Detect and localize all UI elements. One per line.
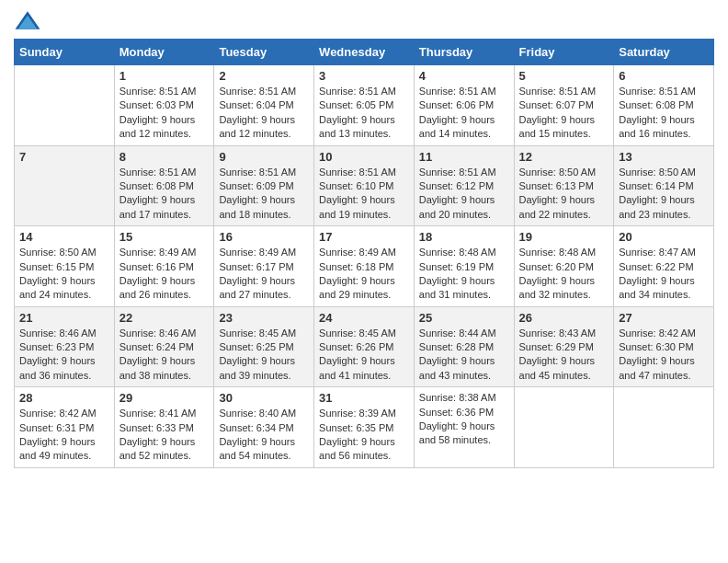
day-info: Sunrise: 8:49 AM Sunset: 6:17 PM Dayligh…: [219, 246, 309, 303]
calendar-cell: 26Sunrise: 8:43 AM Sunset: 6:29 PM Dayli…: [514, 306, 614, 387]
calendar-cell: 12Sunrise: 8:50 AM Sunset: 6:13 PM Dayli…: [514, 145, 614, 226]
calendar-cell: 6Sunrise: 8:51 AM Sunset: 6:08 PM Daylig…: [614, 65, 714, 146]
day-info: Sunrise: 8:51 AM Sunset: 6:08 PM Dayligh…: [119, 166, 210, 223]
calendar-cell: 27Sunrise: 8:42 AM Sunset: 6:30 PM Dayli…: [614, 306, 714, 387]
day-info: Sunrise: 8:38 AM Sunset: 6:36 PM Dayligh…: [419, 391, 509, 448]
day-number: 18: [419, 230, 509, 244]
day-number: 28: [19, 391, 109, 405]
day-number: 8: [119, 150, 210, 164]
calendar-cell: 19Sunrise: 8:48 AM Sunset: 6:20 PM Dayli…: [514, 226, 614, 307]
calendar-header-saturday: Saturday: [614, 40, 714, 65]
day-info: Sunrise: 8:44 AM Sunset: 6:28 PM Dayligh…: [419, 327, 509, 384]
day-number: 1: [119, 69, 210, 83]
calendar-week-row: 21Sunrise: 8:46 AM Sunset: 6:23 PM Dayli…: [15, 306, 714, 387]
day-number: 22: [119, 311, 210, 325]
day-number: 21: [19, 311, 109, 325]
calendar-cell: 30Sunrise: 8:40 AM Sunset: 6:34 PM Dayli…: [214, 387, 314, 468]
day-info: Sunrise: 8:49 AM Sunset: 6:16 PM Dayligh…: [119, 246, 210, 303]
calendar-cell: 20Sunrise: 8:47 AM Sunset: 6:22 PM Dayli…: [614, 226, 714, 307]
day-number: 27: [619, 311, 709, 325]
calendar-cell: 5Sunrise: 8:51 AM Sunset: 6:07 PM Daylig…: [514, 65, 614, 146]
calendar-cell: 2Sunrise: 8:51 AM Sunset: 6:04 PM Daylig…: [214, 65, 314, 146]
calendar-cell: 25Sunrise: 8:44 AM Sunset: 6:28 PM Dayli…: [414, 306, 514, 387]
day-number: 10: [319, 150, 409, 164]
calendar-cell: 16Sunrise: 8:49 AM Sunset: 6:17 PM Dayli…: [214, 226, 314, 307]
day-number: 17: [319, 230, 409, 244]
calendar-header-thursday: Thursday: [414, 40, 514, 65]
day-info: Sunrise: 8:51 AM Sunset: 6:07 PM Dayligh…: [519, 85, 609, 142]
day-info: Sunrise: 8:46 AM Sunset: 6:24 PM Dayligh…: [119, 327, 210, 384]
day-info: Sunrise: 8:48 AM Sunset: 6:20 PM Dayligh…: [519, 246, 609, 303]
day-number: 14: [19, 230, 109, 244]
calendar-week-row: 1Sunrise: 8:51 AM Sunset: 6:03 PM Daylig…: [15, 65, 714, 146]
calendar-header-sunday: Sunday: [15, 40, 115, 65]
day-number: 24: [319, 311, 409, 325]
day-info: Sunrise: 8:43 AM Sunset: 6:29 PM Dayligh…: [519, 327, 609, 384]
calendar-cell: 9Sunrise: 8:51 AM Sunset: 6:09 PM Daylig…: [214, 145, 314, 226]
day-number: 31: [319, 391, 409, 405]
calendar-cell: 10Sunrise: 8:51 AM Sunset: 6:10 PM Dayli…: [314, 145, 415, 226]
calendar-header-friday: Friday: [514, 40, 614, 65]
day-info: Sunrise: 8:51 AM Sunset: 6:03 PM Dayligh…: [119, 85, 210, 142]
day-number: 9: [219, 150, 309, 164]
day-number: 13: [619, 150, 709, 164]
calendar-cell: 29Sunrise: 8:41 AM Sunset: 6:33 PM Dayli…: [114, 387, 214, 468]
calendar-cell: 23Sunrise: 8:45 AM Sunset: 6:25 PM Dayli…: [214, 306, 314, 387]
day-info: Sunrise: 8:39 AM Sunset: 6:35 PM Dayligh…: [319, 407, 409, 464]
calendar-cell: 1Sunrise: 8:51 AM Sunset: 6:03 PM Daylig…: [114, 65, 214, 146]
day-number: 30: [219, 391, 309, 405]
day-number: 11: [419, 150, 509, 164]
day-number: 2: [219, 69, 309, 83]
calendar-cell: 8Sunrise: 8:51 AM Sunset: 6:08 PM Daylig…: [114, 145, 214, 226]
generalblue-logo-icon: [14, 9, 41, 31]
day-info: Sunrise: 8:50 AM Sunset: 6:13 PM Dayligh…: [519, 166, 609, 223]
day-info: Sunrise: 8:49 AM Sunset: 6:18 PM Dayligh…: [319, 246, 409, 303]
calendar-week-row: 78Sunrise: 8:51 AM Sunset: 6:08 PM Dayli…: [15, 145, 714, 226]
calendar-cell: 7: [15, 145, 115, 226]
day-info: Sunrise: 8:45 AM Sunset: 6:26 PM Dayligh…: [319, 327, 409, 384]
day-info: Sunrise: 8:46 AM Sunset: 6:23 PM Dayligh…: [19, 327, 109, 384]
day-info: Sunrise: 8:50 AM Sunset: 6:15 PM Dayligh…: [19, 246, 109, 303]
day-number: 25: [419, 311, 509, 325]
calendar-header-wednesday: Wednesday: [314, 40, 415, 65]
calendar-week-row: 14Sunrise: 8:50 AM Sunset: 6:15 PM Dayli…: [15, 226, 714, 307]
day-number: 16: [219, 230, 309, 244]
calendar-cell: [614, 387, 714, 468]
header: [14, 9, 714, 31]
day-number: 12: [519, 150, 609, 164]
day-info: Sunrise: 8:40 AM Sunset: 6:34 PM Dayligh…: [219, 407, 309, 464]
calendar-header-monday: Monday: [114, 40, 214, 65]
calendar-cell: [514, 387, 614, 468]
day-info: Sunrise: 8:51 AM Sunset: 6:06 PM Dayligh…: [419, 85, 509, 142]
calendar-header-row: SundayMondayTuesdayWednesdayThursdayFrid…: [15, 40, 714, 65]
day-info: Sunrise: 8:51 AM Sunset: 6:04 PM Dayligh…: [219, 85, 309, 142]
day-number: 19: [519, 230, 609, 244]
day-number: 26: [519, 311, 609, 325]
calendar-cell: 21Sunrise: 8:46 AM Sunset: 6:23 PM Dayli…: [15, 306, 115, 387]
day-info: Sunrise: 8:51 AM Sunset: 6:12 PM Dayligh…: [419, 166, 509, 223]
calendar-cell: 17Sunrise: 8:49 AM Sunset: 6:18 PM Dayli…: [314, 226, 415, 307]
calendar-cell: 22Sunrise: 8:46 AM Sunset: 6:24 PM Dayli…: [114, 306, 214, 387]
day-number: 15: [119, 230, 210, 244]
calendar-cell: 31Sunrise: 8:39 AM Sunset: 6:35 PM Dayli…: [314, 387, 415, 468]
calendar-cell: 24Sunrise: 8:45 AM Sunset: 6:26 PM Dayli…: [314, 306, 415, 387]
day-info: Sunrise: 8:51 AM Sunset: 6:08 PM Dayligh…: [619, 85, 709, 142]
day-info: Sunrise: 8:48 AM Sunset: 6:19 PM Dayligh…: [419, 246, 509, 303]
day-info: Sunrise: 8:51 AM Sunset: 6:09 PM Dayligh…: [219, 166, 309, 223]
day-number: 20: [619, 230, 709, 244]
calendar-cell: Sunrise: 8:38 AM Sunset: 6:36 PM Dayligh…: [414, 387, 514, 468]
calendar-cell: 13Sunrise: 8:50 AM Sunset: 6:14 PM Dayli…: [614, 145, 714, 226]
calendar-cell: 18Sunrise: 8:48 AM Sunset: 6:19 PM Dayli…: [414, 226, 514, 307]
day-number: 23: [219, 311, 309, 325]
day-number: 4: [419, 69, 509, 83]
day-info: Sunrise: 8:42 AM Sunset: 6:31 PM Dayligh…: [19, 407, 109, 464]
calendar-cell: 14Sunrise: 8:50 AM Sunset: 6:15 PM Dayli…: [15, 226, 115, 307]
day-info: Sunrise: 8:41 AM Sunset: 6:33 PM Dayligh…: [119, 407, 210, 464]
day-info: Sunrise: 8:51 AM Sunset: 6:05 PM Dayligh…: [319, 85, 409, 142]
calendar-cell: 15Sunrise: 8:49 AM Sunset: 6:16 PM Dayli…: [114, 226, 214, 307]
calendar-cell: 4Sunrise: 8:51 AM Sunset: 6:06 PM Daylig…: [414, 65, 514, 146]
day-number: 3: [319, 69, 409, 83]
day-info: Sunrise: 8:50 AM Sunset: 6:14 PM Dayligh…: [619, 166, 709, 223]
logo: [14, 9, 45, 31]
day-info: Sunrise: 8:47 AM Sunset: 6:22 PM Dayligh…: [619, 246, 709, 303]
